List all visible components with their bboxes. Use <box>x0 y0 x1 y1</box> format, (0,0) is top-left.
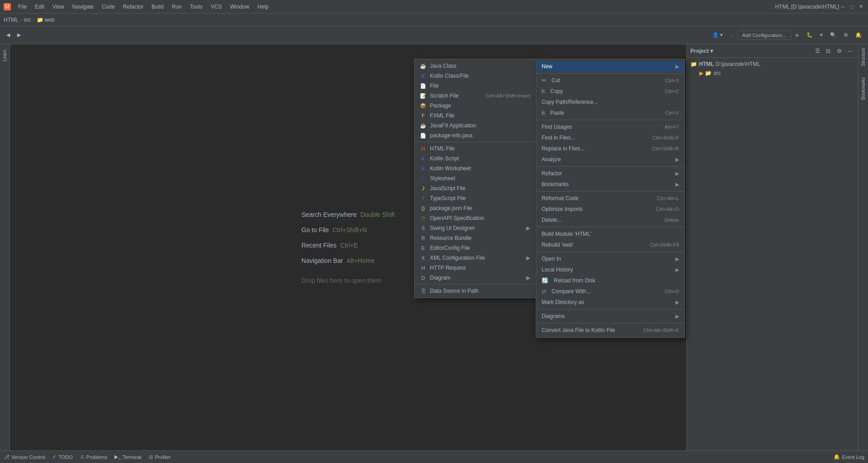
cm-resource-bundle[interactable]: R Resource Bundle <box>415 233 536 243</box>
cm-main-convert-kotlin[interactable]: Convert Java File to Kotlin File Ctrl+Al… <box>536 325 684 336</box>
add-config-button[interactable]: Add Configuration... <box>737 31 791 40</box>
cm-typescript-file[interactable]: T TypeScript File <box>415 193 536 203</box>
menu-window[interactable]: Window <box>226 3 253 11</box>
cm-kotlin-class[interactable]: K Kotlin Class/File <box>415 71 536 81</box>
cm-main-refactor[interactable]: Refactor ▶ <box>536 168 684 179</box>
project-panel: Project ▾ ☰ ⊟ ⚙ ─ 📁 HTML D:\javacode\HTM… <box>686 44 858 450</box>
notifications-button[interactable]: 🔔 <box>853 30 864 40</box>
cm-main-local-history[interactable]: Local History ▶ <box>536 264 684 275</box>
cm-javascript-file[interactable]: J JavaScript File <box>415 183 536 193</box>
cm-kotlin-script[interactable]: K Kotlin Script <box>415 154 536 164</box>
diagram-icon: D <box>420 275 426 281</box>
cm-javafx-app[interactable]: ☕ JavaFX Application <box>415 121 536 131</box>
cm-main-bookmarks[interactable]: Bookmarks ▶ <box>536 179 684 190</box>
cm-kotlin-worksheet[interactable]: K Kotlin Worksheet <box>415 164 536 173</box>
bookmarks-arrow-icon: ▶ <box>675 182 679 187</box>
menu-build[interactable]: Build <box>148 3 167 11</box>
cm-package[interactable]: 📦 Package <box>415 101 536 111</box>
cm-http-request[interactable]: H HTTP Request <box>415 263 536 273</box>
status-terminal[interactable]: ▶_ Terminal <box>114 454 142 460</box>
menu-edit[interactable]: Edit <box>31 3 48 11</box>
status-profiler[interactable]: ◎ Profiler <box>149 454 171 460</box>
menu-refactor[interactable]: Refactor <box>119 3 147 11</box>
forward-button[interactable]: ▶ <box>14 30 24 40</box>
cm-swing-ui[interactable]: S Swing UI Designer ▶ <box>415 223 536 233</box>
menu-help[interactable]: Help <box>254 3 272 11</box>
cm-file[interactable]: 📄 File <box>415 81 536 91</box>
javafx-icon: ☕ <box>420 122 426 129</box>
run-config-dropdown[interactable]: ▾ <box>817 30 826 40</box>
javascript-icon: J <box>420 185 426 192</box>
menu-code[interactable]: Code <box>98 3 118 11</box>
settings-button[interactable]: ⚙ <box>841 30 851 40</box>
status-todo[interactable]: ✓ TODO <box>52 454 73 460</box>
project-panel-title: Project ▾ <box>690 48 713 54</box>
cm-main-new[interactable]: New ▶ <box>536 61 684 72</box>
minimize-button[interactable]: ─ <box>839 3 846 10</box>
cm-main-copy-path[interactable]: Copy Path/Reference... <box>536 97 684 108</box>
menu-tools[interactable]: Tools <box>186 3 206 11</box>
cm-xml-config[interactable]: X XML Configuration File ▶ <box>415 253 536 263</box>
toolbar: ◀ ▶ 👤 ▾ ↑ Add Configuration... ▶ 🐛 ▾ 🔍 ⚙… <box>0 26 868 44</box>
cm-main-delete[interactable]: Delete... Delete <box>536 215 684 225</box>
cm-main-replace-in-files[interactable]: Replace in Files... Ctrl+Shift+R <box>536 143 684 154</box>
debug-button[interactable]: 🐛 <box>804 30 816 40</box>
menu-run[interactable]: Run <box>168 3 185 11</box>
hint-drop-files: Drop files here to open them <box>302 277 395 284</box>
cm-stylesheet[interactable]: C Stylesheet <box>415 173 536 183</box>
cm-fxml-file[interactable]: F FXML File <box>415 111 536 121</box>
cm-scratch-file[interactable]: 📝 Scratch File Ctrl+Alt+Shift+Insert <box>415 91 536 101</box>
left-tab-learn[interactable]: Learn <box>1 46 9 65</box>
far-right-tab-structure[interactable]: Structure <box>859 44 867 70</box>
menu-file[interactable]: File <box>14 3 30 11</box>
tree-item-root[interactable]: 📁 HTML D:\javacode\HTML <box>687 60 858 69</box>
status-version-control[interactable]: ⎇ Version Control <box>4 454 45 460</box>
cm-main-diagrams[interactable]: Diagrams ▶ <box>536 311 684 322</box>
cm-package-json[interactable]: {} package.json File <box>415 203 536 213</box>
back-button[interactable]: ◀ <box>4 30 13 40</box>
cm-editorconfig[interactable]: E EditorConfig File <box>415 243 536 253</box>
run-button[interactable]: ▶ <box>793 30 802 40</box>
breadcrumb-html[interactable]: HTML <box>4 17 19 23</box>
tree-item-src[interactable]: ▶ 📁 src <box>687 69 858 78</box>
search-everywhere-button[interactable]: 🔍 <box>827 30 839 40</box>
cm-main-compare-with[interactable]: ⇄ Compare With... Ctrl+D <box>536 286 684 297</box>
panel-btn-settings[interactable]: ⚙ <box>835 47 844 56</box>
panel-btn-expand[interactable]: ⊟ <box>824 47 833 56</box>
cm-main-copy[interactable]: ⎘ Copy Ctrl+C <box>536 86 684 97</box>
profile-button[interactable]: 👤 ▾ <box>710 30 726 40</box>
cm-diagram[interactable]: D Diagram ▶ <box>415 273 536 283</box>
cm-main-find-usages[interactable]: Find Usages Alt+F7 <box>536 122 684 132</box>
cm-main-optimize-imports[interactable]: Optimize Imports Ctrl+Alt+O <box>536 204 684 215</box>
cm-main-rebuild-web[interactable]: Rebuild 'web' Ctrl+Shift+F9 <box>536 239 684 250</box>
cm-package-info[interactable]: 📄 package-info.java <box>415 131 536 140</box>
cm-main-open-in[interactable]: Open In ▶ <box>536 253 684 264</box>
panel-btn-collapse[interactable]: ☰ <box>813 47 822 56</box>
breadcrumb-web[interactable]: 📁 web <box>37 17 55 23</box>
cm-openapi[interactable]: O OpenAPI Specification <box>415 213 536 223</box>
maximize-button[interactable]: □ <box>848 3 855 10</box>
panel-btn-minimize[interactable]: ─ <box>845 47 854 56</box>
menu-vcs[interactable]: VCS <box>207 3 226 11</box>
cm-main-find-in-files[interactable]: Find in Files... Ctrl+Shift+F <box>536 132 684 143</box>
cm-main-cut[interactable]: ✂ Cut Ctrl+X <box>536 75 684 86</box>
cm-main-analyze[interactable]: Analyze ▶ <box>536 154 684 165</box>
close-button[interactable]: ✕ <box>857 3 864 10</box>
cm-main-paste[interactable]: ⎗ Paste Ctrl+V <box>536 108 684 118</box>
hint-search-everywhere: Search Everywhere Double Shift <box>302 211 395 218</box>
cm-main-reformat[interactable]: Reformat Code Ctrl+Alt+L <box>536 193 684 204</box>
status-problems[interactable]: ⚠ Problems <box>80 454 107 460</box>
breadcrumb-src[interactable]: src <box>24 17 31 23</box>
status-event-log[interactable]: 🔔 Event Log <box>834 454 864 460</box>
vcs-update-button[interactable]: ↑ <box>727 31 736 40</box>
cm-html-file[interactable]: H HTML File <box>415 144 536 154</box>
cm-java-class[interactable]: ☕ Java Class <box>415 61 536 71</box>
cm-main-build-module[interactable]: Build Module 'HTML' <box>536 229 684 239</box>
menu-view[interactable]: View <box>49 3 68 11</box>
cm-data-source-in-path[interactable]: 🗄 Data Source in Path <box>415 286 536 296</box>
menu-navigate[interactable]: Navigate <box>69 3 97 11</box>
far-right-tab-bookmarks[interactable]: Bookmarks <box>859 74 867 103</box>
typescript-icon: T <box>420 195 426 201</box>
cm-main-mark-directory[interactable]: Mark Directory as ▶ <box>536 297 684 308</box>
cm-main-reload-from-disk[interactable]: 🔄 Reload from Disk <box>536 275 684 286</box>
